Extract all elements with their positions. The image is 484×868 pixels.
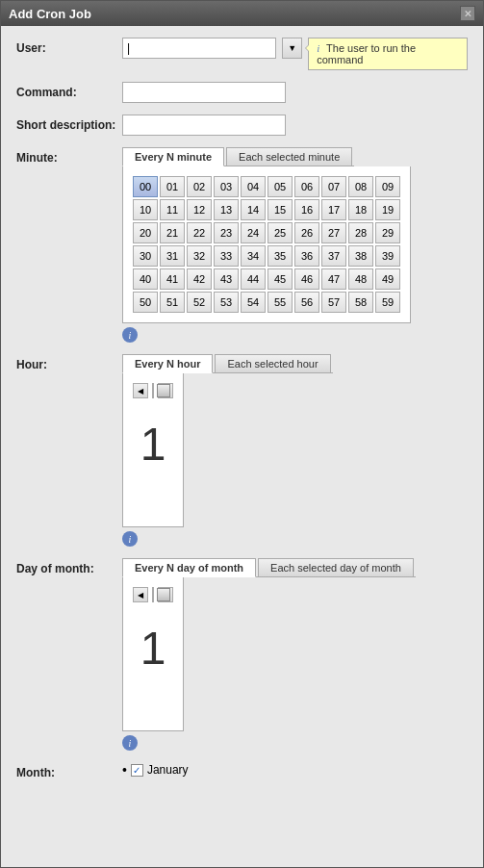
minute-cell-49[interactable]: 49 (375, 268, 400, 290)
minute-cell-13[interactable]: 13 (214, 199, 239, 220)
minute-cell-58[interactable]: 58 (348, 292, 373, 313)
minute-cell-44[interactable]: 44 (241, 268, 266, 290)
minute-cell-14[interactable]: 14 (241, 199, 266, 220)
minute-cell-01[interactable]: 01 (160, 176, 185, 197)
minute-cell-17[interactable]: 17 (321, 199, 346, 220)
tab-every-n-hour[interactable]: Every N hour (122, 354, 213, 373)
short-desc-control-area (122, 115, 468, 136)
minute-cell-50[interactable]: 50 (133, 292, 158, 313)
minute-cell-05[interactable]: 05 (267, 176, 293, 197)
minute-cell-23[interactable]: 23 (214, 222, 239, 243)
user-input[interactable] (122, 38, 276, 59)
user-row: User: ▼ i The user to run the command (16, 38, 468, 70)
minute-cell-46[interactable]: 46 (294, 268, 319, 290)
minute-cell-43[interactable]: 43 (214, 268, 239, 290)
minute-cell-33[interactable]: 33 (214, 245, 239, 267)
minute-cell-10[interactable]: 10 (133, 199, 158, 220)
minute-cell-42[interactable]: 42 (187, 268, 212, 290)
tab-each-selected-hour[interactable]: Each selected hour (215, 354, 330, 372)
minute-cell-18[interactable]: 18 (348, 199, 373, 220)
minute-cell-25[interactable]: 25 (267, 222, 293, 243)
month-checkbox-january[interactable] (131, 764, 143, 777)
minute-cell-32[interactable]: 32 (187, 245, 212, 267)
minute-cell-37[interactable]: 37 (321, 245, 346, 267)
minute-cell-56[interactable]: 56 (294, 292, 319, 313)
minute-cell-21[interactable]: 21 (160, 222, 185, 243)
minute-cell-36[interactable]: 36 (294, 245, 319, 267)
minute-cell-57[interactable]: 57 (321, 292, 346, 313)
minute-cell-38[interactable]: 38 (348, 245, 373, 267)
tab-each-selected-dom[interactable]: Each selected day of month (258, 558, 414, 576)
minute-cell-15[interactable]: 15 (267, 199, 293, 220)
minute-cell-22[interactable]: 22 (187, 222, 212, 243)
minute-cell-52[interactable]: 52 (187, 292, 212, 313)
minute-cell-40[interactable]: 40 (133, 268, 158, 290)
minute-cell-54[interactable]: 54 (241, 292, 266, 313)
hour-slider-track[interactable] (152, 383, 154, 398)
dom-info-icon[interactable]: i (122, 735, 138, 751)
short-desc-label: Short description: (16, 115, 122, 132)
dom-tab-content: ◀ ▶ 1 (122, 577, 184, 731)
dom-slider-value: 1 (133, 602, 173, 694)
minute-cell-03[interactable]: 03 (214, 176, 239, 197)
command-input[interactable] (122, 82, 286, 103)
minute-cell-20[interactable]: 20 (133, 222, 158, 243)
tooltip-text: The user to run the command (317, 42, 416, 65)
minute-cell-51[interactable]: 51 (160, 292, 185, 313)
minute-cell-41[interactable]: 41 (160, 268, 185, 290)
command-row: Command: (16, 82, 468, 103)
titlebar: Add Cron Job ✕ (1, 1, 483, 26)
dom-slider-thumb[interactable] (157, 588, 170, 601)
month-row: Month: • January (16, 762, 468, 779)
hour-control-area: Every N hour Each selected hour ◀ (122, 354, 468, 547)
minute-cell-30[interactable]: 30 (133, 245, 158, 267)
minute-cell-34[interactable]: 34 (241, 245, 266, 267)
minute-control-area: Every N minute Each selected minute 0001… (122, 147, 468, 343)
minute-cell-09[interactable]: 09 (375, 176, 400, 197)
tab-every-n-dom[interactable]: Every N day of month (122, 558, 256, 577)
user-dropdown-button[interactable]: ▼ (282, 38, 302, 59)
minute-cell-02[interactable]: 02 (187, 176, 212, 197)
tab-each-selected-minute[interactable]: Each selected minute (226, 147, 352, 166)
minute-cell-06[interactable]: 06 (294, 176, 319, 197)
minute-cell-11[interactable]: 11 (160, 199, 185, 220)
minute-row: Minute: Every N minute Each selected min… (16, 147, 468, 343)
minute-cell-35[interactable]: 35 (267, 245, 293, 267)
add-cron-job-window: Add Cron Job ✕ User: ▼ i The user to run… (0, 0, 484, 868)
minute-cell-53[interactable]: 53 (214, 292, 239, 313)
minute-cell-39[interactable]: 39 (375, 245, 400, 267)
minute-cell-16[interactable]: 16 (294, 199, 319, 220)
command-label: Command: (16, 82, 122, 99)
minute-cell-24[interactable]: 24 (241, 222, 266, 243)
minute-cell-00[interactable]: 00 (133, 176, 158, 197)
minute-cell-29[interactable]: 29 (375, 222, 400, 243)
dom-slider-row: ◀ ▶ (133, 587, 173, 602)
minute-cell-55[interactable]: 55 (267, 292, 293, 313)
minute-cell-47[interactable]: 47 (321, 268, 346, 290)
minute-cell-04[interactable]: 04 (241, 176, 266, 197)
hour-slider-left-arrow[interactable]: ◀ (133, 383, 148, 398)
minute-cell-07[interactable]: 07 (321, 176, 346, 197)
minute-cell-12[interactable]: 12 (187, 199, 212, 220)
tab-every-n-minute[interactable]: Every N minute (122, 147, 224, 166)
minute-info-icon[interactable]: i (122, 327, 138, 343)
close-button[interactable]: ✕ (460, 6, 475, 21)
hour-tab-bar: Every N hour Each selected hour (122, 354, 333, 373)
minute-cell-27[interactable]: 27 (321, 222, 346, 243)
minute-cell-48[interactable]: 48 (348, 268, 373, 290)
minute-cell-08[interactable]: 08 (348, 176, 373, 197)
dom-slider-track[interactable] (152, 587, 154, 602)
minute-cell-31[interactable]: 31 (160, 245, 185, 267)
dom-slider-left-arrow[interactable]: ◀ (133, 587, 148, 602)
minute-cell-26[interactable]: 26 (294, 222, 319, 243)
minute-cell-19[interactable]: 19 (375, 199, 400, 220)
month-bullet: • (122, 762, 127, 778)
short-desc-input[interactable] (122, 115, 286, 136)
hour-slider-thumb[interactable] (157, 384, 170, 397)
month-control-area: • January (122, 762, 468, 779)
minute-cell-45[interactable]: 45 (267, 268, 293, 290)
minute-cell-59[interactable]: 59 (375, 292, 400, 313)
minute-cell-28[interactable]: 28 (348, 222, 373, 243)
month-item-january: • January (122, 762, 189, 778)
hour-info-icon[interactable]: i (122, 531, 138, 547)
